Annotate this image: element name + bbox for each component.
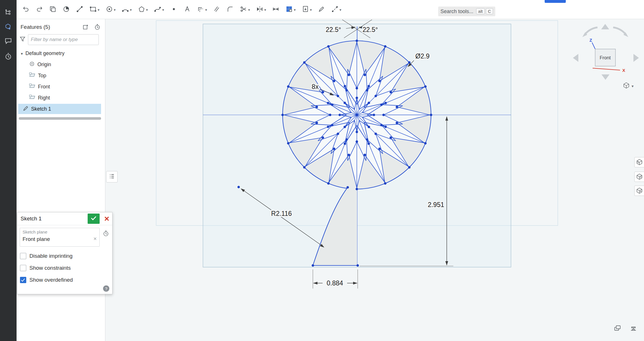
chevron-down-icon[interactable]: ▾ — [98, 8, 100, 12]
checkbox-disable-imprinting[interactable] — [20, 253, 26, 259]
offset-tool-icon — [197, 5, 204, 14]
tree-group-default-geometry[interactable]: ▾ Default geometry — [17, 48, 105, 59]
dim-count-label[interactable]: 8x — [312, 83, 319, 90]
checkbox-label: Disable imprinting — [29, 253, 73, 259]
arrow-right-icon[interactable] — [633, 54, 639, 62]
undo-button[interactable] — [22, 4, 30, 15]
tree-item-sketch-1[interactable]: Sketch 1 — [18, 104, 101, 114]
search-tools-button[interactable]: Search tools... alt C — [438, 7, 495, 16]
view-cube[interactable]: Front Z X — [569, 20, 642, 84]
checkbox-row-show-constraints[interactable]: Show constraints — [20, 262, 73, 274]
chevron-down-icon[interactable]: ▾ — [162, 8, 164, 12]
rollback-bar[interactable] — [19, 117, 101, 120]
chevron-down-icon[interactable]: ▾ — [130, 8, 132, 12]
mirror-tool-button[interactable]: ▾ — [255, 4, 267, 15]
cube-person-icon[interactable] — [634, 186, 644, 196]
stopwatch-icon[interactable] — [94, 23, 101, 31]
trim-tool-button[interactable]: ▾ — [239, 4, 251, 15]
insert-after-icon[interactable] — [82, 23, 90, 31]
confirm-button[interactable] — [88, 214, 100, 224]
parallel-tool-icon — [213, 5, 220, 14]
chevron-down-icon[interactable]: ▾ — [248, 8, 250, 12]
view-options-button[interactable]: ▾ — [619, 82, 637, 91]
checkbox-label: Show overdefined — [29, 277, 73, 283]
chevron-down-icon[interactable]: ▾ — [294, 8, 296, 12]
spline-tool-button[interactable]: ▾ — [153, 4, 165, 15]
sketch-plane-value: Front plane — [23, 236, 50, 242]
line-tool-button[interactable] — [75, 4, 84, 15]
pen-tool-button[interactable] — [317, 4, 326, 15]
toolbar: ▾▾▾▾▾▾▾▾▾▾▾ Search tools... alt C — [17, 0, 644, 19]
chevron-down-icon[interactable]: ▾ — [114, 8, 116, 12]
checkbox-show-constraints[interactable] — [20, 265, 26, 271]
history-icon[interactable] — [102, 230, 109, 238]
pattern-tool-icon — [285, 5, 293, 14]
checkbox-show-overdefined[interactable] — [20, 277, 26, 283]
tree-item-origin[interactable]: Origin — [17, 59, 105, 70]
tree-item-label: Front — [38, 84, 50, 90]
header-blue-button[interactable] — [545, 0, 566, 3]
arrow-down-icon[interactable] — [601, 74, 609, 80]
cube-icon — [623, 82, 630, 90]
tree-item-front[interactable]: Front — [17, 81, 105, 92]
tree-item-top[interactable]: Top — [17, 70, 105, 81]
undo-icon — [22, 5, 30, 14]
chevron-down-icon[interactable]: ▾ — [264, 8, 266, 12]
clear-selection-icon[interactable]: × — [93, 236, 97, 242]
dxf-tool-icon — [302, 5, 309, 14]
cube-grid-icon[interactable] — [634, 157, 644, 167]
view-cube-face-label[interactable]: Front — [600, 55, 611, 60]
arrow-left-icon[interactable] — [573, 54, 578, 62]
dim-radius-label[interactable]: R2.116 — [271, 210, 292, 217]
feature-tree-icon[interactable] — [4, 8, 13, 17]
dim-angle-left-label[interactable]: 22.5° — [326, 26, 341, 33]
feature-list-toggle-button[interactable] — [106, 171, 118, 182]
point-tool-button[interactable] — [170, 4, 178, 15]
help-icon[interactable]: ? — [103, 285, 109, 292]
dim-diameter-label[interactable]: Ø2.9 — [415, 52, 430, 60]
polygon-tool-button[interactable]: ▾ — [137, 4, 149, 15]
dim-height-label[interactable]: 2.951 — [428, 201, 444, 208]
cancel-button[interactable]: × — [102, 214, 112, 224]
sheet-stack-icon[interactable] — [613, 324, 622, 332]
tree-item-right[interactable]: Right — [17, 92, 105, 103]
layers-button[interactable] — [49, 4, 57, 15]
arrow-up-icon[interactable] — [601, 24, 609, 29]
fillet-tool-button[interactable] — [226, 4, 234, 15]
pie-button[interactable] — [62, 4, 71, 15]
chevron-down-icon[interactable]: ▾ — [21, 51, 23, 56]
parallel-tool-button[interactable] — [212, 4, 221, 15]
dim-angle-right-label[interactable]: 22.5° — [363, 26, 378, 33]
rectangle-tool-button[interactable]: ▾ — [89, 4, 100, 15]
close-icon: × — [104, 214, 109, 224]
chevron-down-icon[interactable]: ▾ — [310, 8, 312, 12]
pattern-tool-button[interactable]: ▾ — [285, 4, 296, 15]
redo-icon — [36, 5, 43, 14]
text-tool-button[interactable] — [183, 4, 192, 15]
checkbox-row-disable-imprinting[interactable]: Disable imprinting — [20, 250, 73, 262]
comment-icon[interactable] — [4, 36, 13, 46]
dxf-tool-button[interactable]: ▾ — [301, 4, 313, 15]
keycap-alt: alt — [476, 8, 485, 14]
chevron-down-icon[interactable]: ▾ — [339, 8, 341, 12]
insert-icon[interactable] — [4, 22, 13, 31]
filter-input[interactable] — [28, 34, 99, 45]
cube-pattern-icon[interactable] — [634, 172, 644, 182]
dimension-tool-button[interactable] — [271, 4, 280, 15]
layers-icon — [49, 5, 57, 14]
checkbox-row-show-overdefined[interactable]: Show overdefined — [20, 274, 73, 286]
history-icon[interactable] — [4, 52, 13, 61]
chevron-down-icon[interactable]: ▾ — [146, 8, 148, 12]
dialog-header: Sketch 1 × — [17, 212, 112, 225]
offset-tool-button[interactable]: ▾ — [196, 4, 208, 15]
redo-button[interactable] — [35, 4, 44, 15]
dim-width-label[interactable]: 0.884 — [327, 279, 343, 287]
circle-tool-button[interactable]: ▾ — [105, 4, 116, 15]
construction-tool-button[interactable]: ▾ — [331, 4, 342, 15]
chevron-down-icon[interactable]: ▾ — [205, 8, 207, 12]
arc-tool-button[interactable]: ▾ — [121, 4, 132, 15]
sketch-plane-field[interactable]: Sketch plane Front plane × — [20, 228, 100, 247]
anvil-icon[interactable] — [629, 324, 638, 332]
tree-items: OriginTopFrontRight — [17, 59, 105, 103]
funnel-icon[interactable] — [19, 36, 26, 43]
